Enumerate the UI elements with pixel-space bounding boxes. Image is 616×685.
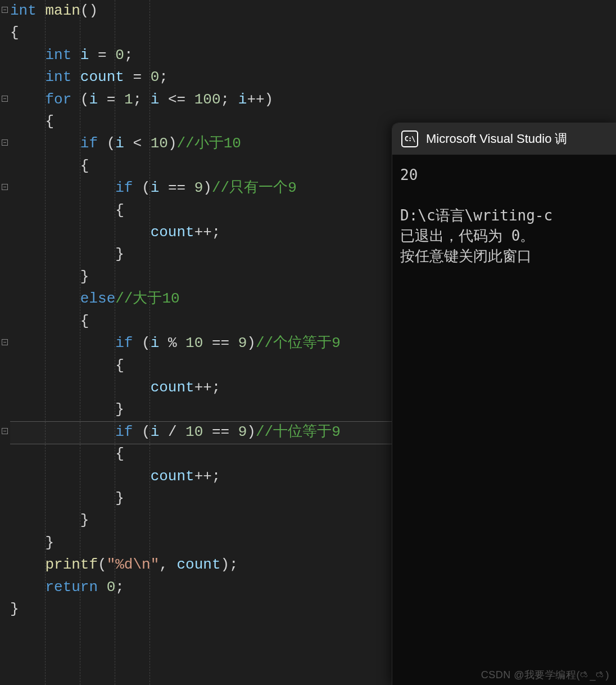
console-output: 20 D:\c语言\writing-c 已退出，代码为 0。 按任意键关闭此窗口 (392, 155, 616, 276)
fold-toggle-icon[interactable] (2, 184, 8, 190)
console-title: Microsoft Visual Studio 调 (426, 130, 567, 147)
fold-toggle-icon[interactable] (2, 339, 8, 345)
fold-gutter (0, 0, 10, 685)
fold-toggle-icon[interactable] (2, 139, 8, 146)
console-titlebar[interactable]: C:\ Microsoft Visual Studio 调 (392, 123, 616, 155)
fold-toggle-icon[interactable] (2, 428, 8, 434)
debug-console-window[interactable]: C:\ Microsoft Visual Studio 调 20 D:\c语言\… (392, 123, 616, 685)
watermark: CSDN @我要学编程(ಡ_ಡ) (481, 668, 609, 682)
fold-toggle-icon[interactable] (2, 7, 8, 13)
console-icon: C:\ (401, 130, 418, 147)
fold-toggle-icon[interactable] (2, 96, 8, 102)
